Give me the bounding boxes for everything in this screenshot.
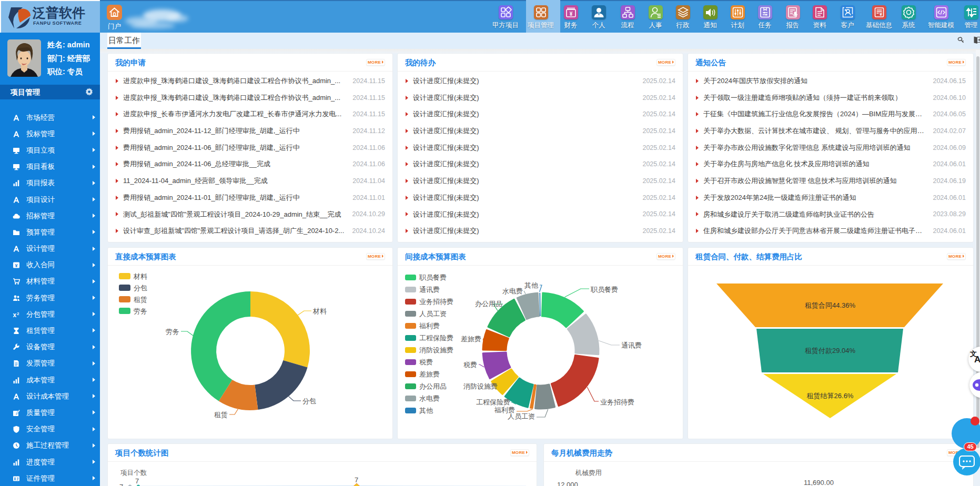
svg-text:租赁结算26.6%: 租赁结算26.6% [807,392,854,400]
svg-text:租赁合同44.36%: 租赁合同44.36% [805,301,856,309]
svg-text:劳务: 劳务 [166,328,179,336]
svg-text:差旅费: 差旅费 [461,335,481,343]
svg-text:租赁付款29.04%: 租赁付款29.04% [805,347,856,355]
svg-text:劳务: 劳务 [134,307,147,315]
svg-text:工程保险费: 工程保险费 [419,334,453,342]
svg-text:业务招待费: 业务招待费 [600,398,634,406]
svg-text:税费: 税费 [419,358,433,366]
svg-text:材料: 材料 [133,272,147,280]
svg-text:其他: 其他 [419,407,433,414]
svg-text:通讯费: 通讯费 [419,286,440,293]
svg-text:福利费: 福利费 [419,322,440,330]
svg-text:职员餐费: 职员餐费 [590,286,618,293]
svg-text:水电费: 水电费 [502,287,523,295]
svg-text:工程保险费: 工程保险费 [476,398,510,406]
svg-text:通讯费: 通讯费 [621,341,642,349]
svg-text:分包: 分包 [302,397,316,405]
svg-text:租赁: 租赁 [134,296,147,303]
svg-text:办公用品: 办公用品 [475,300,502,308]
svg-text:差旅费: 差旅费 [419,370,440,378]
svg-text:消防设施费: 消防设施费 [463,382,498,390]
svg-text:租赁: 租赁 [214,411,228,419]
svg-text:业务招待费: 业务招待费 [419,298,453,306]
svg-text:分包: 分包 [134,284,147,292]
svg-text:人员工资: 人员工资 [419,310,447,318]
svg-text:消防设施费: 消防设施费 [419,346,453,354]
svg-text:福利费: 福利费 [494,406,515,414]
svg-text:水电费: 水电费 [419,394,440,402]
svg-text:材料: 材料 [312,307,327,315]
svg-text:办公用品: 办公用品 [419,382,447,390]
svg-text:其他: 其他 [524,281,539,289]
svg-text:税费: 税费 [463,361,477,369]
svg-text:职员餐费: 职员餐费 [419,274,447,281]
